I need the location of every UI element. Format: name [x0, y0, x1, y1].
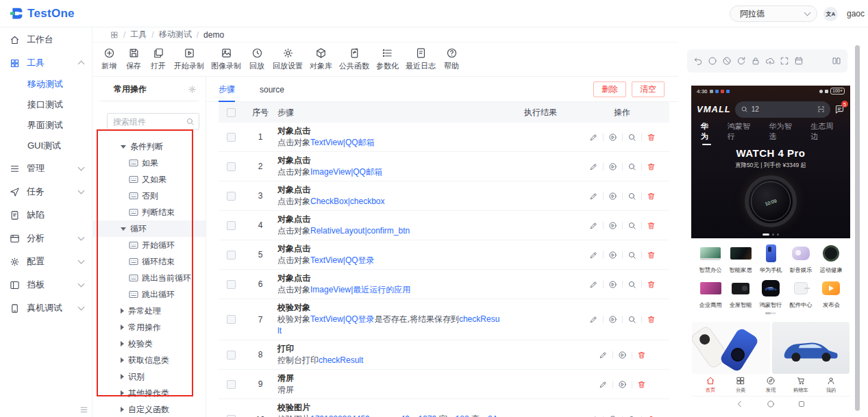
object-link[interactable]: CheckBox|checkbox	[310, 197, 385, 206]
object-link[interactable]: ImageView|最近运行的应用	[310, 285, 410, 294]
object-link[interactable]: TextView|QQ登录	[310, 255, 375, 265]
play-icon[interactable]	[608, 280, 617, 289]
tree-group-exception[interactable]: 异常处理	[93, 303, 206, 319]
category-smart-office[interactable]: 智慧办公	[695, 243, 726, 275]
tree-item-elseif[interactable]: 又如果	[93, 171, 206, 188]
sidebar-item-mobile-test[interactable]: 移动测试	[0, 74, 92, 94]
object-link[interactable]: ImageView|QQ邮箱	[310, 167, 382, 177]
hero-banner[interactable]: WATCH 4 Pro 直降50元 | 到手价 ¥3349 起 10:09	[691, 140, 850, 236]
start-record-button[interactable]: 开始录制	[173, 47, 206, 71]
tree-item-loop-end[interactable]: 循环结束	[93, 253, 206, 270]
variable-link[interactable]: checkResult	[319, 355, 363, 365]
delete-button[interactable]: 删除	[593, 81, 626, 97]
play-icon[interactable]	[618, 351, 627, 359]
category-smart-home[interactable]: 智能家居	[726, 243, 756, 275]
tree-group-verify[interactable]: 校验类	[93, 336, 206, 352]
breadcrumb-mobile-test[interactable]: 移动测试	[159, 29, 192, 40]
select-all-checkbox[interactable]	[227, 108, 236, 117]
sidebar-item-ui-test[interactable]: 界面测试	[0, 115, 92, 136]
image-link[interactable]: 1701222384459.png	[310, 414, 386, 417]
tree-group-recognition[interactable]: 识别	[93, 368, 206, 385]
car-promo-card[interactable]	[772, 322, 850, 374]
search-icon[interactable]	[628, 251, 636, 260]
edit-icon[interactable]	[589, 192, 598, 201]
sidebar-item-config[interactable]: 配置	[0, 251, 92, 273]
edit-icon[interactable]	[599, 351, 608, 359]
undo-icon[interactable]	[693, 56, 703, 66]
category-huawei-phone[interactable]: 华为手机	[756, 243, 786, 275]
tree-group-common-ops[interactable]: 常用操作	[93, 319, 206, 336]
trash-icon[interactable]	[647, 133, 656, 142]
nav-home[interactable]: 首页	[695, 376, 726, 394]
components-settings-icon[interactable]	[188, 85, 197, 94]
search-icon[interactable]	[628, 133, 636, 142]
app-tab-select[interactable]: 华为智选	[769, 121, 799, 142]
object-link[interactable]: TextView|QQ邮箱	[310, 138, 375, 147]
sidebar-item-api-test[interactable]: 接口测试	[0, 94, 92, 115]
search-icon[interactable]	[628, 315, 636, 324]
circle-icon[interactable]	[708, 56, 717, 66]
tree-item-break-loop[interactable]: 跳出循环	[93, 286, 206, 303]
phones-promo-card[interactable]	[692, 322, 770, 374]
sidebar-item-mock[interactable]: 挡板	[0, 274, 92, 296]
play-icon[interactable]	[608, 162, 617, 171]
lock-icon[interactable]	[751, 56, 760, 66]
sidebar-collapse-icon[interactable]	[79, 405, 88, 414]
image-record-button[interactable]: 图像录制	[210, 47, 243, 71]
row-checkbox[interactable]	[227, 192, 236, 201]
edit-icon[interactable]	[599, 380, 608, 389]
row-checkbox[interactable]	[227, 351, 236, 359]
play-icon[interactable]	[608, 192, 617, 201]
clear-button[interactable]: 清空	[632, 81, 665, 97]
category-whole-house[interactable]: 全屋智能	[726, 278, 756, 309]
search-icon[interactable]	[628, 192, 636, 201]
trash-icon[interactable]	[647, 280, 656, 289]
category-accessories[interactable]: 配件中心	[786, 278, 816, 309]
row-checkbox[interactable]	[227, 162, 236, 171]
window-icon[interactable]	[794, 56, 804, 66]
play-icon[interactable]	[608, 251, 617, 260]
category-audio-video[interactable]: 影音娱乐	[786, 243, 816, 275]
env-select[interactable]: 阿拉德	[730, 5, 817, 22]
sidebar-item-workbench[interactable]: 工作台	[0, 29, 92, 51]
category-sport-health[interactable]: 运动健康	[816, 243, 846, 275]
play-icon[interactable]	[608, 221, 617, 230]
play-icon[interactable]	[608, 315, 617, 324]
trash-icon[interactable]	[647, 251, 656, 260]
row-checkbox[interactable]	[227, 251, 236, 260]
tree-item-break-current-loop[interactable]: 跳出当前循环	[93, 270, 206, 286]
save-button[interactable]: 保存	[123, 47, 144, 71]
sidebar-item-manage[interactable]: 管理	[0, 157, 92, 179]
device-screen[interactable]: 4:36 100+ VMALL 12 5	[691, 86, 850, 412]
tree-group-condition[interactable]: 条件判断	[93, 138, 206, 155]
trash-icon[interactable]	[647, 192, 656, 201]
tab-source[interactable]: source	[260, 77, 284, 102]
breadcrumb-tools[interactable]: 工具	[130, 29, 147, 40]
android-back-icon[interactable]	[736, 400, 744, 408]
play-icon[interactable]	[618, 380, 627, 389]
row-checkbox[interactable]	[227, 315, 236, 324]
public-functions-button[interactable]: 公共函数	[338, 47, 371, 71]
tree-group-custom-functions[interactable]: 自定义函数	[93, 401, 206, 417]
expand-icon[interactable]	[780, 56, 789, 66]
sidebar-item-defects[interactable]: 缺陷	[0, 204, 92, 226]
sidebar-item-analysis[interactable]: 分析	[0, 227, 92, 249]
category-launch-event[interactable]: 发布会	[816, 278, 846, 309]
sidebar-item-real-device-debug[interactable]: 真机调试	[0, 297, 92, 319]
object-library-button[interactable]: 对象库	[308, 47, 334, 71]
trash-icon[interactable]	[637, 351, 646, 359]
tree-item-endif[interactable]: 判断结束	[93, 204, 206, 220]
android-recents-icon[interactable]	[797, 400, 806, 408]
ban-icon[interactable]	[722, 56, 732, 66]
edit-icon[interactable]	[589, 251, 598, 260]
language-avatar-button[interactable]: 文A	[823, 7, 838, 21]
nav-me[interactable]: 我的	[816, 376, 846, 394]
scrollbar[interactable]	[855, 45, 860, 411]
edit-icon[interactable]	[589, 315, 598, 324]
edit-icon[interactable]	[589, 133, 598, 142]
object-link[interactable]: TextView|QQ登录	[310, 314, 375, 324]
nav-cart[interactable]: 购物车	[786, 376, 816, 394]
sidebar-item-tasks[interactable]: 任务	[0, 181, 92, 203]
tree-item-if[interactable]: 如果	[93, 155, 206, 171]
android-home-icon[interactable]	[767, 400, 775, 408]
